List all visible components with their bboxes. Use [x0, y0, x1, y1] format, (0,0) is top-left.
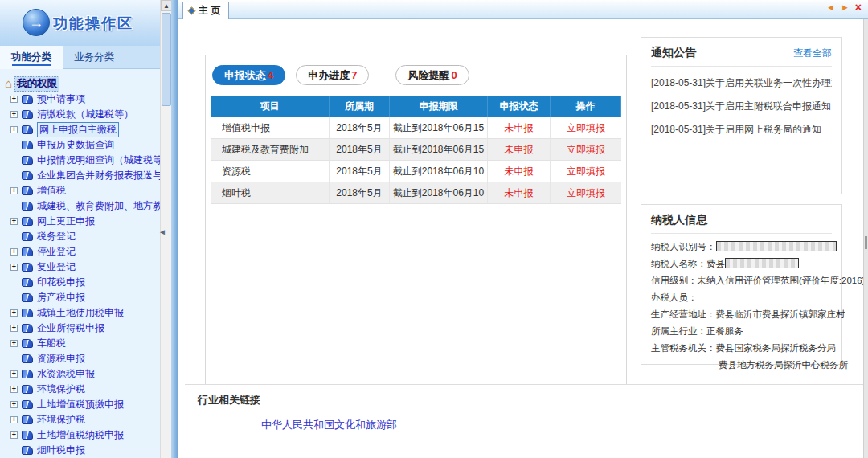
view-all-link[interactable]: 查看全部: [793, 47, 832, 60]
tree-item-label[interactable]: 车船税: [37, 337, 66, 350]
tree-item-label[interactable]: 土地增值税预缴申报: [37, 398, 124, 411]
expand-icon[interactable]: +: [10, 218, 18, 225]
forward-arrow-icon[interactable]: ►: [841, 2, 850, 12]
expand-icon[interactable]: +: [10, 96, 18, 103]
expand-icon[interactable]: +: [10, 111, 18, 118]
tree-item-label[interactable]: 资源税申报: [37, 352, 85, 366]
tree-item[interactable]: 房产税申报: [5, 290, 160, 305]
scrollbar-thumb[interactable]: [162, 13, 171, 106]
tree-connector: [10, 294, 18, 301]
fill-now-link[interactable]: 立即填报: [551, 161, 621, 182]
tab-home[interactable]: 主 页: [182, 2, 229, 19]
sidebar-tab-0[interactable]: 功能分类: [0, 46, 63, 69]
tree-item-label[interactable]: 预申请事项: [37, 92, 85, 106]
tree-item-label[interactable]: 申报情况明细查询（城建税等）: [37, 153, 160, 167]
expand-icon[interactable]: +: [10, 401, 18, 408]
tree-item[interactable]: +企业所得税申报: [5, 321, 160, 336]
tree-item[interactable]: +土地增值税预缴申报: [5, 397, 160, 412]
tree-item-label[interactable]: 网上更正申报: [37, 215, 95, 228]
expand-icon[interactable]: +: [10, 340, 18, 347]
tree-item[interactable]: 印花税申报: [5, 275, 160, 290]
scroll-up-arrow-icon[interactable]: ▲: [161, 0, 172, 11]
arrow-circle-icon: →: [23, 9, 50, 36]
book-icon: [22, 247, 33, 256]
tree-item-label[interactable]: 房产税申报: [37, 291, 85, 305]
tree-item[interactable]: +清缴税款（城建税等）: [5, 107, 160, 122]
tree-item[interactable]: 税务登记: [5, 229, 160, 244]
book-icon: [22, 400, 33, 409]
sidebar-splitter[interactable]: ◄: [171, 0, 178, 458]
tree-item[interactable]: +停业登记: [5, 244, 160, 260]
close-icon[interactable]: ×: [855, 2, 862, 12]
tree-item[interactable]: +环境保护税: [5, 412, 160, 427]
expand-icon[interactable]: +: [10, 386, 18, 393]
tree-root-label[interactable]: 我的权限: [14, 76, 59, 92]
tree-item[interactable]: +网上更正申报: [5, 214, 160, 229]
notice-item[interactable]: [2018-05-31]关于启用关联业务一次性办理通知: [651, 72, 832, 95]
tree-item[interactable]: +城镇土地使用税申报: [5, 305, 160, 321]
tree-item-label[interactable]: 烟叶税申报: [37, 444, 85, 457]
tree-item[interactable]: 企业集团合并财务报表报送与信息采集: [5, 168, 160, 183]
book-icon: [22, 95, 33, 104]
table-cell: 烟叶税: [211, 182, 330, 204]
pill-tab-0[interactable]: 申报状态4: [212, 65, 285, 85]
tree-item-label[interactable]: 税务登记: [37, 230, 76, 243]
tree-item[interactable]: 申报历史数据查询: [5, 137, 160, 153]
expand-icon[interactable]: +: [10, 126, 18, 133]
expand-icon[interactable]: +: [10, 248, 18, 256]
tree-item-label[interactable]: 申报历史数据查询: [37, 138, 114, 152]
tree-item[interactable]: 城建税、教育费附加、地方教育附加税（: [5, 198, 160, 214]
tree-item[interactable]: +网上申报自主缴税: [5, 122, 160, 137]
tree-item[interactable]: 烟叶税申报: [5, 443, 160, 458]
tree-item[interactable]: +车船税: [5, 336, 160, 351]
tree-item-label[interactable]: 水资源税申报: [37, 367, 95, 381]
tree-item[interactable]: +环境保护税: [5, 382, 160, 397]
tree-item[interactable]: +预申请事项: [5, 92, 160, 107]
back-arrow-icon[interactable]: ◄: [826, 2, 835, 12]
tree-item-label[interactable]: 城镇土地使用税申报: [37, 306, 124, 320]
expand-icon[interactable]: +: [10, 416, 18, 423]
tree-item-label[interactable]: 企业集团合并财务报表报送与信息采集: [37, 169, 160, 182]
tree-item-label[interactable]: 环境保护税: [37, 413, 85, 427]
tree-item[interactable]: +复业登记: [5, 260, 160, 275]
tree-connector: [10, 279, 18, 286]
tree-item-label[interactable]: 土地增值税纳税申报: [37, 428, 124, 442]
tree-item[interactable]: 申报情况明细查询（城建税等）: [5, 153, 160, 168]
tree-item-label[interactable]: 停业登记: [37, 245, 76, 259]
taxpayer-field-value: 正餐服务: [706, 326, 743, 336]
tree-item-label[interactable]: 环境保护税: [37, 382, 85, 396]
fill-now-link[interactable]: 立即填报: [551, 117, 621, 139]
tree-item-label[interactable]: 复业登记: [37, 260, 76, 274]
expand-icon[interactable]: +: [10, 309, 18, 317]
fill-now-link[interactable]: 立即填报: [551, 182, 621, 204]
splitter-handle[interactable]: [865, 236, 867, 249]
tree-item-label[interactable]: 印花税申报: [37, 276, 85, 289]
industry-link[interactable]: 中华人民共和国文化和旅游部: [261, 418, 397, 432]
table-cell: 2018年5月: [330, 139, 390, 161]
tree-item[interactable]: 资源税申报: [5, 351, 160, 366]
expand-icon[interactable]: +: [10, 325, 18, 332]
tree-item-label[interactable]: 增值税: [37, 184, 66, 198]
tree-root-my-permissions[interactable]: ⌂ 我的权限: [5, 76, 160, 92]
tree-item-label[interactable]: 网上申报自主缴税: [37, 122, 119, 137]
tree-item-label[interactable]: 清缴税款（城建税等）: [37, 108, 133, 121]
tree-item-label[interactable]: 企业所得税申报: [37, 321, 104, 335]
expand-icon[interactable]: +: [10, 431, 18, 439]
tree-item[interactable]: +土地增值税纳税申报: [5, 427, 160, 443]
pill-tab-1[interactable]: 申办进度7: [296, 65, 369, 85]
right-splitter[interactable]: [863, 19, 868, 458]
expand-icon[interactable]: +: [10, 264, 18, 271]
status-text: 未申报: [488, 117, 551, 139]
tree-item[interactable]: +增值税: [5, 183, 160, 198]
expand-icon[interactable]: +: [10, 187, 18, 194]
sidebar-tab-1[interactable]: 业务分类: [63, 46, 125, 69]
notice-item[interactable]: [2018-05-31]关于启用网上税务局的通知: [651, 118, 832, 141]
expand-icon[interactable]: +: [10, 370, 18, 378]
fill-now-link[interactable]: 立即填报: [551, 139, 621, 161]
tree-item-label[interactable]: 城建税、教育费附加、地方教育附加税（: [37, 199, 160, 213]
tree-item[interactable]: +水资源税申报: [5, 366, 160, 382]
tree-connector: [10, 202, 18, 210]
collapse-arrow-icon[interactable]: ◄: [158, 227, 166, 236]
pill-tab-2[interactable]: 风险提醒0: [395, 65, 469, 85]
notice-item[interactable]: [2018-05-31]关于启用主附税联合申报通知: [651, 95, 832, 118]
